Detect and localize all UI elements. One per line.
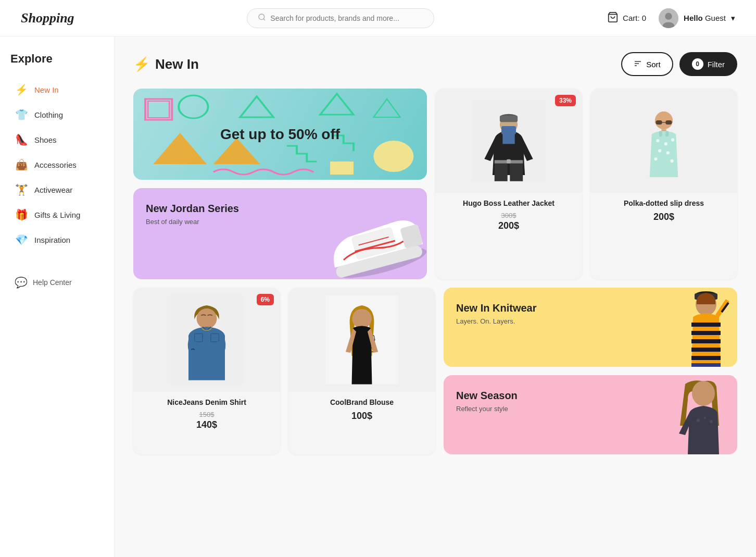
svg-rect-26 [500, 116, 518, 122]
polka-dress-price: 200$ [599, 212, 729, 222]
layout: Explore ⚡ New In 👕 Clothing 👠 Shoes 👜 Ac… [0, 36, 756, 557]
polka-dress-image [627, 91, 700, 190]
jordan-banner-text: New Jordan Series Best of daily wear [146, 203, 239, 226]
denim-shirt-image [170, 288, 243, 394]
cart-icon [607, 11, 619, 24]
bottom-right-banners: New In Knitwear Layers. On. Layers. [444, 288, 737, 454]
sidebar-label-new-in: New In [34, 85, 59, 94]
sort-label: Sort [646, 60, 661, 69]
svg-point-66 [692, 381, 715, 406]
sidebar: Explore ⚡ New In 👕 Clothing 👠 Shoes 👜 Ac… [0, 36, 115, 557]
svg-point-41 [664, 142, 667, 145]
shoes-icon: 👠 [15, 133, 28, 146]
season-text: New Season Reflect your style [456, 390, 518, 413]
product-card-polka-dress[interactable]: Polka-dotted slip dress 200$ [590, 89, 737, 279]
svg-point-4 [665, 13, 672, 19]
knitwear-subtitle: Layers. On. Layers. [456, 317, 536, 325]
svg-point-69 [710, 420, 713, 423]
polka-dress-info: Polka-dotted slip dress 200$ [590, 193, 737, 222]
shoe-illustration [318, 197, 427, 279]
product-card-denim-shirt[interactable]: 6% NiceJeans Denim Shirt 150$ 140$ [133, 288, 280, 454]
cart-label: Cart: 0 [623, 14, 646, 22]
blouse-info: CoolBrand Blouse 100$ [288, 392, 435, 422]
main-content: ⚡ New In Sort 0 Filter [115, 36, 756, 557]
svg-point-67 [697, 419, 700, 422]
svg-rect-48 [665, 131, 669, 137]
clothing-icon: 👕 [15, 108, 28, 121]
svg-point-43 [658, 149, 661, 152]
svg-line-1 [263, 19, 265, 20]
svg-rect-29 [510, 161, 523, 181]
page-lightning-icon: ⚡ [133, 56, 150, 72]
svg-rect-65 [691, 363, 721, 367]
sidebar-item-inspiration[interactable]: 💎 Inspiration [10, 228, 104, 251]
svg-rect-18 [330, 162, 354, 175]
sidebar-label-activewear: Activewear [34, 185, 72, 194]
sidebar-item-gifts-living[interactable]: 🎁 Gifts & Living [10, 203, 104, 226]
blouse-image-area [288, 288, 435, 392]
svg-point-68 [704, 417, 706, 419]
jordan-banner[interactable]: New Jordan Series Best of daily wear [133, 188, 427, 279]
blouse-price: 100$ [297, 411, 427, 422]
user-button[interactable]: Hello Guest ▾ [659, 8, 735, 28]
svg-rect-59 [691, 323, 721, 327]
season-title: New Season [456, 390, 518, 402]
sidebar-label-gifts-living: Gifts & Living [34, 211, 80, 219]
svg-rect-31 [507, 159, 511, 164]
help-icon: 💬 [15, 276, 28, 289]
top-banners: Get up to 50% off New Jordan Series Best… [133, 89, 427, 279]
svg-rect-61 [691, 339, 721, 343]
promo-banner[interactable]: Get up to 50% off [133, 89, 427, 180]
sidebar-label-inspiration: Inspiration [34, 236, 70, 244]
svg-point-53 [194, 350, 220, 360]
svg-point-34 [655, 112, 673, 129]
polka-dress-name: Polka-dotted slip dress [599, 199, 729, 207]
svg-marker-15 [153, 133, 207, 164]
filter-label: Filter [708, 60, 725, 69]
knitwear-banner[interactable]: New In Knitwear Layers. On. Layers. [444, 288, 737, 367]
page-title: New In [155, 56, 199, 72]
knitwear-text: New In Knitwear Layers. On. Layers. [456, 302, 536, 325]
jordan-subtitle: Best of daily wear [146, 218, 239, 226]
svg-rect-32 [501, 126, 516, 134]
header: Shopping Cart: 0 Hello Guest ▾ [0, 0, 756, 36]
help-center-label: Help Center [33, 278, 72, 287]
sidebar-item-clothing[interactable]: 👕 Clothing [10, 103, 104, 126]
knitwear-title: New In Knitwear [456, 302, 536, 314]
sidebar-title: Explore [10, 52, 104, 66]
denim-shirt-discount: 6% [257, 294, 274, 305]
cart-button[interactable]: Cart: 0 [607, 11, 646, 24]
sort-button[interactable]: Sort [621, 52, 673, 76]
page-header: ⚡ New In Sort 0 Filter [133, 52, 737, 76]
bottom-section: 6% NiceJeans Denim Shirt 150$ 140$ [133, 288, 737, 454]
promo-text: Get up to 50% off [220, 126, 340, 143]
sidebar-label-clothing: Clothing [34, 110, 63, 119]
search-input[interactable] [270, 14, 423, 22]
inspiration-icon: 💎 [15, 233, 28, 246]
help-center-button[interactable]: 💬 Help Center [10, 272, 104, 293]
svg-point-42 [671, 138, 674, 141]
denim-shirt-original-price: 150$ [142, 411, 272, 418]
filter-button[interactable]: 0 Filter [679, 52, 737, 76]
svg-rect-36 [665, 120, 672, 125]
season-banner[interactable]: New Season Reflect your style [444, 375, 737, 454]
svg-rect-35 [656, 120, 662, 125]
chevron-down-icon: ▾ [731, 14, 735, 23]
svg-rect-60 [691, 331, 721, 335]
page-title-area: ⚡ New In [133, 56, 199, 72]
svg-rect-62 [691, 348, 721, 352]
search-bar[interactable] [247, 8, 434, 28]
lightning-icon: ⚡ [15, 83, 28, 96]
product-card-blouse[interactable]: CoolBrand Blouse 100$ [288, 288, 435, 454]
avatar [659, 8, 678, 28]
product-card-hugo-boss[interactable]: 33% Hugo Boss Leather Jacket 300$ 200$ [435, 89, 582, 279]
hugo-boss-original-price: 300$ [444, 212, 574, 219]
sidebar-item-activewear[interactable]: 🏋️ Activewear [10, 178, 104, 201]
svg-point-46 [670, 159, 673, 163]
activewear-icon: 🏋️ [15, 183, 28, 196]
sidebar-item-shoes[interactable]: 👠 Shoes [10, 128, 104, 151]
sidebar-item-accessories[interactable]: 👜 Accessories [10, 153, 104, 176]
sidebar-item-new-in[interactable]: ⚡ New In [10, 78, 104, 101]
svg-marker-12 [240, 96, 273, 117]
denim-shirt-info: NiceJeans Denim Shirt 150$ 140$ [133, 392, 280, 430]
